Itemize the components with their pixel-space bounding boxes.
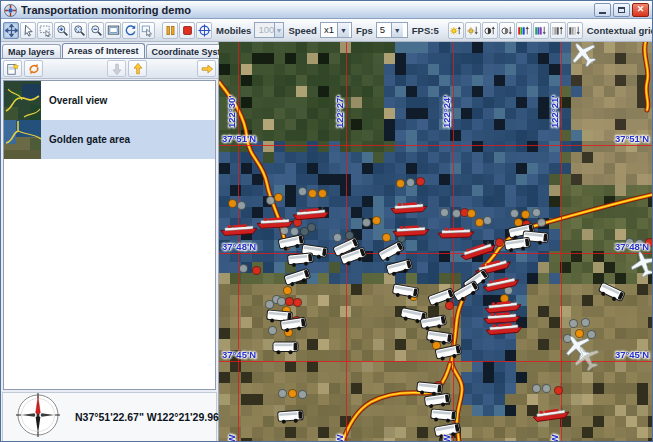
main-toolbar: Mobiles 100 ▼ Speed x1 ▼ Fps 5 ▼ FPS:5 C… [1,19,652,42]
waypoint-dot [581,318,590,327]
waypoint-dot [252,266,261,275]
areas-of-interest-list: Overall viewGolden gate area [3,80,216,390]
brightness-up-button[interactable] [448,22,464,39]
ship-marker[interactable] [220,222,259,238]
minimize-button[interactable] [594,3,611,17]
longitude-label: 122°30' [226,96,237,128]
reload-button[interactable] [24,60,43,77]
list-item-overall-view[interactable]: Overall view [4,81,215,120]
title-bar[interactable]: Transportation monitoring demo ✕ [1,1,652,19]
tab-areas-of-interest[interactable]: Areas of Interest [62,43,145,58]
aoi-label: Overall view [49,95,107,106]
waypoint-dot [362,218,371,227]
speed-combobox[interactable]: x1 ▼ [320,22,352,38]
zoom-out-button[interactable] [88,22,104,39]
waypoint-dot [569,319,578,328]
waypoint-dot [510,209,519,218]
waypoint-dot [298,390,307,399]
brightness-up-icon [449,24,462,37]
waypoint-dot [288,389,297,398]
arrow-up-button[interactable] [128,60,147,77]
ship-marker[interactable] [256,215,295,230]
tab-map-layers[interactable]: Map layers [2,44,61,58]
contrast-down-button[interactable] [499,22,515,39]
close-button[interactable]: ✕ [632,3,649,17]
refresh-icon [124,24,137,37]
pause-button[interactable] [162,22,178,39]
zoom-out-icon [90,24,103,37]
waypoint-dot [308,189,317,198]
image-adjust-group [448,22,583,39]
waypoint-dot [554,386,563,395]
pan-button[interactable] [3,22,19,39]
gamma-up-button[interactable] [550,22,566,39]
center-button[interactable] [196,22,212,39]
speed-value: x1 [321,23,337,37]
cursor-button[interactable] [20,22,36,39]
latitude-label: 37°48'N [222,241,256,252]
ship-marker[interactable] [437,225,475,239]
waypoint-dot [532,384,541,393]
saturation-down-icon [534,24,547,37]
chevron-down-icon: ▼ [337,23,349,37]
mouse-coordinates: N37°51'22.67" W122°21'29.96" [75,411,224,423]
chevron-down-icon: ▼ [391,23,403,37]
ship-marker[interactable] [390,200,429,216]
mobiles-value: 100 [255,23,273,37]
fps-value: 5 [377,23,391,37]
fps-status: FPS:5 [412,25,439,36]
latitude-label: 37°51'N [222,133,256,144]
contextual-grid-label: Contextual grid [587,25,652,36]
contrast-up-icon [483,24,496,37]
new-area-button[interactable] [3,60,22,77]
minimize-icon [599,12,606,14]
fps-combobox[interactable]: 5 ▼ [376,22,408,38]
waypoint-dot [521,210,530,219]
window-title: Transportation monitoring demo [21,4,592,16]
brightness-down-button[interactable] [465,22,481,39]
bus-marker[interactable] [272,340,299,355]
list-item-golden-gate-area[interactable]: Golden gate area [4,120,215,159]
zoom-in-button[interactable] [54,22,70,39]
stop-button[interactable] [179,22,195,39]
center-icon [198,24,211,37]
map-viewport[interactable]: 122°30'122°30'W122°27'122°27'W122°24'122… [219,42,652,442]
waypoint-dot [537,218,546,227]
longitude-label: 122°24'W [441,435,452,442]
aoi-label: Golden gate area [49,134,130,145]
fit-window-button[interactable] [105,22,121,39]
ship-marker[interactable] [392,223,431,238]
contrast-down-icon [500,24,513,37]
saturation-up-button[interactable] [516,22,532,39]
marquee-button[interactable] [37,22,53,39]
waypoint-dot [542,384,551,393]
new-area-icon [6,62,20,76]
gamma-down-button[interactable] [567,22,583,39]
arrow-right-button[interactable] [197,60,216,77]
stop-icon [181,24,194,37]
longitude-label: 122°30'W [226,435,237,442]
bus-marker[interactable] [277,408,305,425]
marquee-icon [39,24,52,37]
waypoint-dot [396,179,405,188]
waypoint-dot [237,201,246,210]
waypoint-dot [278,389,287,398]
maximize-icon [618,7,625,13]
contrast-up-button[interactable] [482,22,498,39]
bus-marker[interactable] [286,251,314,269]
saturation-down-button[interactable] [533,22,549,39]
waypoint-dot [285,297,294,306]
grid-meridian [561,42,562,442]
maximize-button[interactable] [613,3,630,17]
compass-icon [15,392,61,442]
zoom-pan-button[interactable] [71,22,87,39]
waypoint-dot [483,216,492,225]
arrow-down-button[interactable] [107,60,126,77]
select-zoom-button[interactable] [139,22,155,39]
zoom-pan-icon [73,24,86,37]
grid-parallel [219,145,652,146]
waypoint-dot [382,233,391,242]
waypoint-dot [228,199,237,208]
refresh-button[interactable] [122,22,138,39]
mobiles-spinner[interactable]: 100 ▼ [254,22,284,38]
